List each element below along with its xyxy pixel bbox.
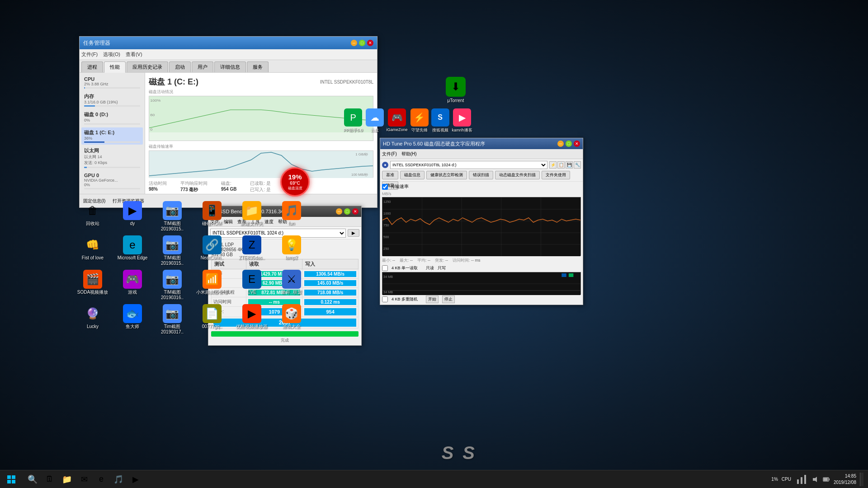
- icon-kamrih[interactable]: ▶ kamrih播客: [452, 108, 472, 133]
- icon-lamp[interactable]: 💡 lamp2: [274, 235, 310, 266]
- icon-youku[interactable]: ▶ 优酷视频播放器: [234, 304, 270, 335]
- task-manager-titlebar[interactable]: 任务管理器 ─ □ ✕: [80, 37, 377, 49]
- icon-fish[interactable]: 🐟 鱼大师: [114, 304, 151, 335]
- hdtune-window: HD Tune Pro 5.60 磁盘/固态硬盘文字应用程序 ─ □ ✕ 文件(…: [380, 138, 583, 305]
- taskbar-explorer[interactable]: 📁: [59, 471, 75, 488]
- icon-soda[interactable]: 🎬 SODA视频播放: [75, 270, 111, 300]
- icon-edge[interactable]: e Microsoft Edge: [114, 235, 151, 266]
- menu-options[interactable]: 选项(O): [103, 51, 120, 58]
- icon-overwatch[interactable]: ⚡ 守望先锋: [410, 108, 429, 133]
- sidebar-item-cpu[interactable]: CPU 2% 3.88 GHz: [81, 75, 143, 90]
- hdtune-4kb-random-check[interactable]: [382, 296, 388, 302]
- window-controls[interactable]: ─ □ ✕: [351, 40, 373, 46]
- icon-wifi[interactable]: 📶 小米路由器管理: [194, 270, 230, 300]
- hdtune-minimize[interactable]: ─: [557, 141, 564, 147]
- icon-recycle[interactable]: 🗑 回收站: [75, 201, 111, 232]
- hdtune-btn-error[interactable]: 错误扫描: [469, 171, 493, 179]
- icon-tim4[interactable]: 📷 Tim截图20190317..: [154, 304, 190, 335]
- minimize-button[interactable]: ─: [351, 40, 357, 46]
- hdtune-write-check-label: 只写: [438, 265, 446, 271]
- s-logos-area: S S: [442, 443, 475, 463]
- hdtune-menu-file[interactable]: 文件(F): [382, 151, 397, 157]
- icon-bprom[interactable]: 📱 碰碰ROM: [194, 201, 230, 232]
- svg-rect-32: [797, 479, 799, 484]
- hdtune-btn-benchmark[interactable]: 基准: [382, 171, 398, 179]
- recycle-label: 回收站: [86, 221, 99, 226]
- close-button[interactable]: ✕: [367, 40, 373, 46]
- tab-details[interactable]: 详细信息: [214, 61, 246, 72]
- ssd-window-controls[interactable]: ─ □ ✕: [336, 208, 359, 215]
- start-button[interactable]: [0, 470, 23, 488]
- taskbar-taskview[interactable]: 🗓: [42, 471, 58, 488]
- hdtune-toolbar: ● INTEL SSDPEKKF010T8L 1024 d:) ⚡ 📋 💾 🔧 …: [380, 159, 583, 182]
- ssd-minimize[interactable]: ─: [336, 208, 342, 215]
- sidebar-item-gpu[interactable]: GPU 0 NVIDIA GeForce... 0%: [81, 171, 143, 191]
- hdtune-btn-folder[interactable]: 文件夹使用: [542, 171, 570, 179]
- hdtune-maximize[interactable]: □: [566, 141, 572, 147]
- sidebar-item-memory[interactable]: 内存 3.1/16.0 GB (19%): [81, 91, 143, 108]
- taskbar-search[interactable]: 🔍: [24, 471, 41, 488]
- icon-eve[interactable]: E EVE: [234, 270, 270, 300]
- sidebar-item-ethernet[interactable]: 以太网 以太网 14 发送: 0 Kbps: [81, 145, 143, 170]
- hdtune-4kb-check[interactable]: [382, 265, 388, 271]
- tab-history[interactable]: 应用历史记录: [127, 61, 168, 72]
- icon-newfolder[interactable]: 📁 新建文件夹: [234, 201, 270, 232]
- hdtune-btn-erase[interactable]: 动态磁盘文件夹扫描: [495, 171, 540, 179]
- hdtune-menu-help[interactable]: 帮助(H): [401, 151, 417, 157]
- hdtune-icon-2[interactable]: 📋: [557, 161, 565, 169]
- hdtune-btn-health[interactable]: 健康状态立即检测: [426, 171, 467, 179]
- icon-ppzhushou[interactable]: P PP助手5.0: [344, 108, 363, 133]
- icon-game[interactable]: 🎮 游戏: [114, 270, 151, 300]
- tab-performance[interactable]: 性能: [104, 61, 126, 73]
- hdtune-burst-value: --: [445, 258, 448, 263]
- menu-view[interactable]: 查看(V): [126, 51, 142, 58]
- sidebar-item-disk1[interactable]: 磁盘 1 (C: E:) 36%: [81, 127, 143, 145]
- sidebar-item-disk0[interactable]: 磁盘 0 (D:) 0%: [81, 109, 143, 127]
- hdtune-start-btn[interactable]: 开始: [426, 296, 439, 303]
- icon-fun[interactable]: 🎵 fun: [274, 201, 310, 232]
- icon-neatconn[interactable]: 🔗 NeatConn..: [194, 235, 230, 266]
- show-desktop-button[interactable]: [860, 473, 863, 486]
- ssd-maximize[interactable]: □: [344, 208, 350, 215]
- icon-igamezone[interactable]: 🎮 iGameZone: [387, 108, 408, 133]
- taskbar-media[interactable]: 🎵: [110, 471, 127, 488]
- maximize-button[interactable]: □: [359, 40, 365, 46]
- taskbar-play[interactable]: ▶: [127, 471, 144, 488]
- icon-cloudpan[interactable]: ☁ 云盘: [366, 108, 384, 133]
- taskbar-edge[interactable]: e: [93, 471, 109, 488]
- game-label: 游戏: [128, 290, 137, 295]
- tab-services[interactable]: 服务: [247, 61, 269, 72]
- hdtune-icon-3[interactable]: 💾: [566, 161, 573, 169]
- icon-zte[interactable]: Z ZTE835das..: [234, 235, 270, 266]
- icon-tim2[interactable]: 📷 TIM截图20190315..: [154, 235, 190, 266]
- tab-startup[interactable]: 启动: [169, 61, 191, 72]
- hdtune-titlebar[interactable]: HD Tune Pro 5.60 磁盘/固态硬盘文字应用程序 ─ □ ✕: [380, 138, 583, 149]
- utorrent-icon[interactable]: ⬇ μTorrent: [446, 77, 466, 103]
- tab-users[interactable]: 用户: [192, 61, 213, 72]
- icon-tim3[interactable]: 📷 TIM截图20190316..: [154, 270, 190, 300]
- icon-league[interactable]: ⚔ 老哥..联盟: [274, 270, 310, 300]
- hdtune-drive-select[interactable]: INTEL SSDPEKKF010T8L 1024 d:): [390, 161, 547, 169]
- hdtune-icon-4[interactable]: 🔧: [574, 161, 581, 169]
- ssd-run-button[interactable]: ▶: [348, 229, 359, 237]
- hdtune-btn-info[interactable]: 磁盘信息: [400, 171, 425, 179]
- icon-dy[interactable]: ▶ dy: [114, 201, 151, 232]
- overwatch-icon: ⚡: [410, 108, 429, 127]
- icon-lucky[interactable]: 🔮 Lucky: [75, 304, 111, 335]
- hdtune-stop-btn[interactable]: 停止: [442, 296, 455, 303]
- hdtune-icon-1[interactable]: ⚡: [549, 161, 557, 169]
- icon-gamecollect[interactable]: 🎲 游戏大全: [274, 304, 310, 335]
- ssd-close[interactable]: ✕: [352, 208, 359, 215]
- menu-file[interactable]: 文件(F): [81, 51, 98, 58]
- taskbar-clock[interactable]: 14:85 2019/12/08: [834, 473, 856, 486]
- icon-000[interactable]: 📄 00777gq..: [194, 304, 230, 335]
- hdtune-close[interactable]: ✕: [574, 141, 580, 147]
- icon-tim1[interactable]: 📷 TIM截图20190315..: [154, 201, 190, 232]
- svg-rect-28: [7, 475, 11, 479]
- hdtune-controls[interactable]: ─ □ ✕: [557, 141, 580, 147]
- tab-process[interactable]: 进程: [81, 61, 103, 72]
- icon-sohu[interactable]: S 搜狐视频: [431, 108, 449, 133]
- hdtune-transfer-check[interactable]: [382, 184, 388, 190]
- taskbar-mail[interactable]: ✉: [76, 471, 92, 488]
- icon-fist[interactable]: 👊 Fist of love: [75, 235, 111, 266]
